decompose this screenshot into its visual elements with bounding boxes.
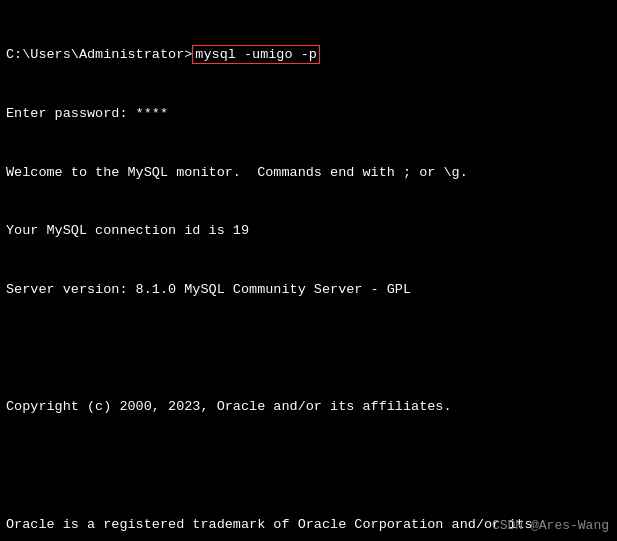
blank2 — [6, 456, 611, 476]
prompt: C:\Users\Administrator> — [6, 47, 192, 62]
command-line: C:\Users\Administrator>mysql -umigo -p — [6, 45, 611, 65]
password-line: Enter password: **** — [6, 104, 611, 124]
watermark: CSDN @Ares-Wang — [492, 518, 609, 533]
welcome-line: Welcome to the MySQL monitor. Commands e… — [6, 163, 611, 183]
blank1 — [6, 339, 611, 359]
terminal-window: C:\Users\Administrator>mysql -umigo -p E… — [0, 0, 617, 541]
copyright-line: Copyright (c) 2000, 2023, Oracle and/or … — [6, 397, 611, 417]
command-highlight: mysql -umigo -p — [192, 45, 320, 64]
server-version-line: Server version: 8.1.0 MySQL Community Se… — [6, 280, 611, 300]
connection-id-line: Your MySQL connection id is 19 — [6, 221, 611, 241]
